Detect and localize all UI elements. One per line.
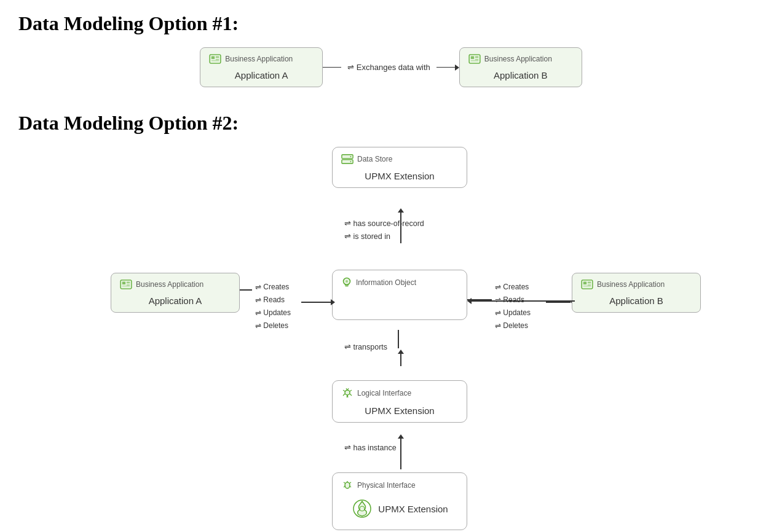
option2-app-b: Business Application Application B bbox=[572, 273, 701, 313]
option2-transports-arrow2 bbox=[398, 350, 404, 366]
svg-rect-6 bbox=[471, 57, 474, 59]
option2-physical-interface-header-text: Physical Interface bbox=[357, 481, 416, 490]
option2-logical-interface-box: Logical Interface UPMX Extension bbox=[332, 380, 467, 423]
business-app-icon-b bbox=[468, 54, 481, 64]
svg-point-12 bbox=[350, 156, 352, 157]
option1-connector-label: ⇌ Exchanges data with bbox=[341, 63, 436, 72]
option2-app-a-header: Business Application bbox=[120, 280, 231, 289]
svg-rect-9 bbox=[471, 60, 478, 61]
svg-point-15 bbox=[346, 280, 348, 283]
option2-info-object-header: Information Object bbox=[341, 276, 458, 289]
option2-app-b-header-text: Business Application bbox=[597, 280, 665, 289]
option1-diagram: Business Application Application A ⇌ Exc… bbox=[18, 47, 764, 87]
business-app-icon-a2 bbox=[120, 280, 132, 289]
svg-line-31 bbox=[343, 394, 345, 396]
option1-app-a-header-text: Business Application bbox=[225, 55, 293, 63]
option2-source-record-labels: ⇌ has source-of-record ⇌ is stored in bbox=[344, 217, 424, 244]
option2-diagram: Data Store UPMX Extension ⇌ has source-o… bbox=[18, 147, 764, 532]
svg-rect-18 bbox=[127, 282, 130, 284]
option2-transports-arrow bbox=[398, 330, 399, 348]
svg-line-37 bbox=[344, 482, 346, 483]
option1-left-arrow bbox=[323, 67, 341, 68]
option2-left-arrow-line bbox=[240, 289, 252, 291]
option1-app-a: Business Application Application A bbox=[200, 47, 323, 87]
svg-point-13 bbox=[350, 161, 352, 162]
svg-line-30 bbox=[350, 390, 352, 391]
option1-app-b-name: Application B bbox=[468, 70, 573, 80]
option2-info-object-box: Information Object bbox=[332, 270, 467, 320]
svg-rect-23 bbox=[588, 282, 591, 284]
business-app-icon-b2 bbox=[581, 280, 593, 289]
datastore-icon bbox=[341, 154, 353, 165]
option2-has-instance-label: ⇌ has instance bbox=[344, 443, 397, 452]
option2-has-instance-arrow bbox=[398, 434, 404, 469]
option2-datastore-header: Data Store bbox=[341, 154, 458, 165]
option2-logical-interface-name: UPMX Extension bbox=[341, 405, 458, 416]
svg-rect-22 bbox=[583, 282, 586, 284]
svg-rect-10 bbox=[342, 155, 353, 158]
option2-physical-interface-header: Physical Interface bbox=[341, 479, 458, 491]
svg-line-32 bbox=[350, 394, 352, 396]
option2-right-combined-arrow bbox=[467, 298, 575, 304]
option2-datastore-header-text: Data Store bbox=[357, 155, 392, 163]
option1-app-b-header: Business Application bbox=[468, 54, 573, 64]
option2-transports-label: ⇌ transports bbox=[344, 342, 387, 351]
option2-app-b-name: Application B bbox=[581, 295, 692, 306]
business-app-icon-a bbox=[209, 54, 221, 64]
svg-line-38 bbox=[349, 482, 351, 483]
svg-rect-3 bbox=[216, 59, 219, 60]
svg-rect-16 bbox=[120, 280, 132, 289]
option2-info-object-header-text: Information Object bbox=[356, 278, 416, 287]
option1-app-b-header-text: Business Application bbox=[484, 55, 552, 63]
svg-rect-21 bbox=[582, 280, 593, 289]
svg-rect-1 bbox=[211, 57, 215, 59]
svg-rect-8 bbox=[475, 59, 478, 60]
option2-logical-interface-header-text: Logical Interface bbox=[357, 389, 411, 397]
option2-physical-interface-box: Physical Interface UPMX Extension bbox=[332, 472, 467, 530]
option1-app-a-header: Business Application bbox=[209, 54, 314, 64]
bulb-icon bbox=[341, 276, 352, 289]
svg-rect-2 bbox=[216, 57, 219, 58]
svg-rect-0 bbox=[210, 55, 221, 63]
option2-physical-interface-content: UPMX Extension bbox=[341, 498, 458, 520]
svg-line-29 bbox=[343, 390, 345, 391]
option1-app-a-name: Application A bbox=[209, 70, 314, 80]
option2-title: Data Modeling Option #2: bbox=[18, 112, 764, 135]
option2-app-a-header-text: Business Application bbox=[136, 280, 203, 289]
svg-rect-19 bbox=[127, 284, 130, 286]
svg-rect-11 bbox=[342, 160, 353, 163]
option2-crud-right: ⇌ Creates ⇌ Reads ⇌ Updates ⇌ Deletes bbox=[495, 281, 531, 332]
physical-interface-icon bbox=[341, 479, 353, 491]
logical-interface-icon bbox=[341, 387, 353, 399]
svg-rect-5 bbox=[469, 55, 480, 63]
triforce-icon bbox=[351, 498, 373, 520]
option1-app-b: Business Application Application B bbox=[459, 47, 582, 87]
svg-rect-24 bbox=[588, 284, 591, 286]
option2-datastore-box: Data Store UPMX Extension bbox=[332, 147, 467, 188]
option1-title: Data Modeling Option #1: bbox=[18, 12, 764, 35]
svg-rect-25 bbox=[583, 286, 591, 287]
svg-rect-20 bbox=[122, 286, 130, 287]
option2-app-a: Business Application Application A bbox=[111, 273, 240, 313]
svg-line-28 bbox=[347, 388, 349, 390]
option2-datastore-name: UPMX Extension bbox=[341, 171, 458, 181]
option2-physical-interface-name: UPMX Extension bbox=[378, 504, 448, 514]
svg-point-26 bbox=[345, 390, 350, 395]
option2-crud-left: ⇌ Creates ⇌ Reads ⇌ Updates ⇌ Deletes bbox=[255, 281, 291, 332]
option1-right-arrow bbox=[436, 65, 459, 71]
option2-left-arrow-to-info bbox=[301, 299, 335, 305]
option2-logical-interface-header: Logical Interface bbox=[341, 387, 458, 399]
svg-rect-17 bbox=[122, 282, 125, 284]
svg-rect-4 bbox=[211, 60, 219, 61]
option2-app-b-header: Business Application bbox=[581, 280, 692, 289]
option2-app-a-name: Application A bbox=[120, 295, 231, 306]
svg-rect-7 bbox=[475, 57, 478, 58]
